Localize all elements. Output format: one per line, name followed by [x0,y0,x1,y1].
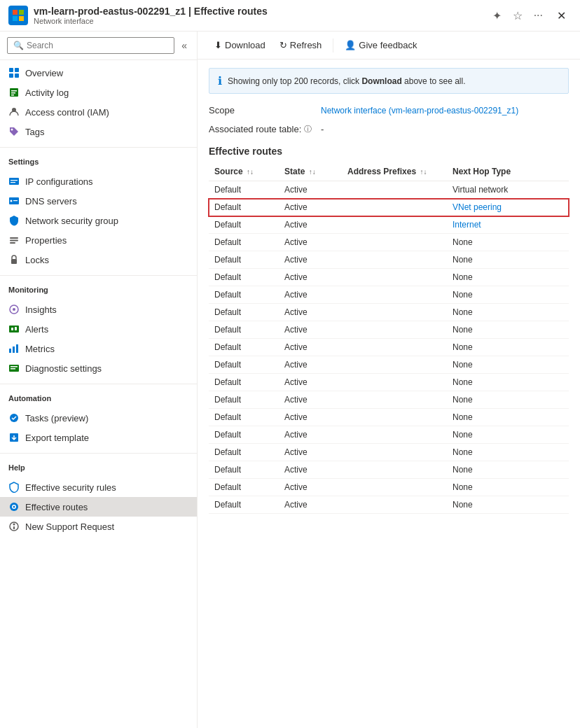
page-title: vm-learn-prod-eastus-002291_z1 | Effecti… [34,6,484,17]
svg-rect-23 [11,259,17,264]
route-nexthop: None [447,444,569,461]
route-prefixes [342,374,447,391]
svg-rect-33 [11,366,18,368]
route-source: Default [209,496,279,514]
sidebar-item-eff-routes[interactable]: Effective routes [0,497,197,517]
sidebar-item-overview[interactable]: Overview [0,63,197,83]
svg-rect-16 [11,182,15,183]
svg-rect-11 [11,94,14,96]
sidebar-item-ip-config[interactable]: IP configurations [0,172,197,191]
route-nexthop: None [447,426,569,444]
svg-rect-22 [10,242,15,244]
sidebar-item-locks[interactable]: Locks [0,250,197,270]
sidebar-label-tasks: Tasks (preview) [25,413,88,424]
table-row[interactable]: Default Active Internet [209,216,569,234]
routes-tbody: Default Active Virtual network Default A… [209,181,569,514]
refresh-button[interactable]: ↻ Refresh [274,37,328,53]
monitoring-section-title: Monitoring [0,279,197,297]
col-header-state[interactable]: State ↑↓ [279,162,342,181]
collapse-button[interactable]: « [179,38,190,52]
sidebar-item-dns[interactable]: DNS servers [0,191,197,211]
sidebar-item-insights[interactable]: Insights [0,300,197,319]
sidebar-item-metrics[interactable]: Metrics [0,339,197,358]
sidebar-item-tags[interactable]: Tags [0,122,197,141]
content-area: ⬇ Download ↻ Refresh 👤 Give feedback ℹ S… [198,31,580,728]
table-row[interactable]: Default Active None [209,374,569,391]
sidebar-label-tags: Tags [25,127,44,137]
table-row[interactable]: Default Active None [209,479,569,496]
main-layout: 🔍 « Overview Activity log [0,31,580,728]
sort-icon-prefixes: ↑↓ [420,168,427,176]
sidebar-item-access-control[interactable]: Access control (IAM) [0,102,197,122]
route-table-info-icon: ⓘ [304,124,312,134]
download-label: Download [225,40,265,50]
table-row[interactable]: Default Active None [209,269,569,286]
header-titles: vm-learn-prod-eastus-002291_z1 | Effecti… [34,6,484,25]
svg-rect-1 [19,10,24,15]
route-prefixes [342,234,447,251]
sidebar-item-diagnostic[interactable]: Diagnostic settings [0,358,197,378]
svg-rect-7 [15,74,19,78]
sidebar-item-support[interactable]: New Support Request [0,517,197,536]
app-logo [8,6,28,25]
col-header-prefixes[interactable]: Address Prefixes ↑↓ [342,162,447,181]
svg-rect-3 [19,16,24,21]
route-prefixes [342,251,447,269]
route-prefixes [342,461,447,479]
routes-table: Source ↑↓ State ↑↓ Address Prefixes ↑↓ [209,162,569,514]
search-input-wrapper[interactable]: 🔍 [7,37,174,54]
table-row[interactable]: Default Active None [209,356,569,374]
table-row[interactable]: Default Active None [209,426,569,444]
route-nexthop: None [447,234,569,251]
table-row[interactable]: Default Active None [209,339,569,356]
svg-point-13 [11,129,13,131]
content-toolbar: ⬇ Download ↻ Refresh 👤 Give feedback [198,31,580,59]
sidebar-item-nsg[interactable]: Network security group [0,211,197,230]
table-row[interactable]: Default Active Virtual network [209,181,569,199]
route-nexthop: None [447,479,569,496]
sidebar-item-activity-log[interactable]: Activity log [0,83,197,102]
sidebar-item-eff-security[interactable]: Effective security rules [0,477,197,497]
feedback-button[interactable]: 👤 Give feedback [339,37,422,53]
route-nexthop: None [447,269,569,286]
table-row[interactable]: Default Active None [209,304,569,321]
table-row[interactable]: Default Active None [209,234,569,251]
nav-settings: IP configurations DNS servers Network se… [0,169,197,272]
sidebar-label-eff-routes: Effective routes [25,502,88,512]
more-button[interactable]: ··· [531,6,546,25]
col-header-source[interactable]: Source ↑↓ [209,162,279,181]
iam-icon [8,106,20,118]
table-row[interactable]: Default Active VNet peering [209,199,569,216]
info-banner-text: Showing only top 200 records, click Down… [228,76,466,86]
route-source: Default [209,391,279,409]
search-bar: 🔍 « [0,31,197,60]
col-header-nexthop[interactable]: Next Hop Type [447,162,569,181]
sidebar-label-support: New Support Request [25,522,114,532]
table-row[interactable]: Default Active None [209,321,569,339]
table-row[interactable]: Default Active None [209,461,569,479]
pin-button[interactable]: ✦ [490,6,504,25]
table-row[interactable]: Default Active None [209,444,569,461]
table-row[interactable]: Default Active None [209,286,569,304]
download-button[interactable]: ⬇ Download [209,37,271,53]
activity-log-icon [8,87,20,98]
route-source: Default [209,461,279,479]
route-nexthop: None [447,391,569,409]
route-nexthop: Internet [447,216,569,234]
close-button[interactable]: ✕ [551,6,572,25]
sidebar-item-tasks[interactable]: Tasks (preview) [0,408,197,428]
sidebar-label-ip: IP configurations [25,176,93,187]
search-icon: 🔍 [13,41,24,50]
table-row[interactable]: Default Active None [209,391,569,409]
table-row[interactable]: Default Active None [209,251,569,269]
table-row[interactable]: Default Active None [209,409,569,426]
sidebar-item-alerts[interactable]: Alerts [0,319,197,339]
search-field[interactable] [27,41,168,50]
bookmark-button[interactable]: ☆ [510,6,525,25]
route-prefixes [342,269,447,286]
refresh-icon: ↻ [279,40,287,50]
sidebar-item-export[interactable]: Export template [0,428,197,447]
sidebar-label-insights: Insights [25,304,57,315]
table-row[interactable]: Default Active None [209,496,569,514]
sidebar-item-properties[interactable]: Properties [0,230,197,250]
